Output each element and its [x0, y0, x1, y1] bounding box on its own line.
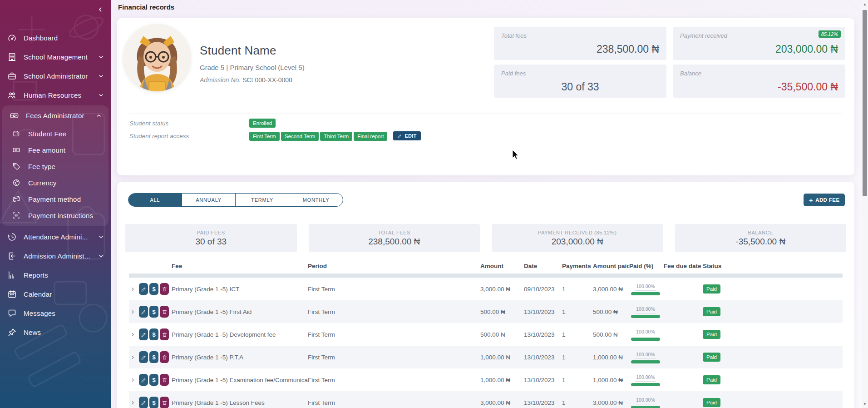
stat-label: Balance: [680, 70, 701, 77]
admission-value: SCL000-XX-0000: [242, 76, 292, 84]
row-expander[interactable]: [129, 400, 139, 406]
scrollbar-thumb[interactable]: [863, 10, 867, 196]
row-expander[interactable]: [129, 286, 139, 292]
scrollbar-up-arrow[interactable]: ▲: [862, 1, 868, 7]
tab-monthly[interactable]: MONTHLY: [289, 194, 343, 206]
fee-row: $Primary (Grade 1 -5) P.T.AFirst Term1,0…: [129, 346, 843, 368]
sidebar-item-fees-administrator[interactable]: Fees Administrator: [2, 105, 108, 125]
delete-fee-button[interactable]: [160, 283, 169, 295]
stat-card-paid-fees: Paid fees30 of 33: [494, 65, 666, 98]
sidebar-item-dashboard[interactable]: Dashboard: [0, 28, 111, 47]
chevron-down-icon: [98, 92, 104, 99]
chevron-down-icon: [98, 253, 104, 259]
sidebar-item-label: School Administrator: [24, 72, 98, 80]
delete-fee-button[interactable]: [160, 328, 169, 340]
edit-fee-button[interactable]: [139, 328, 148, 340]
pay-fee-button[interactable]: $: [149, 397, 158, 408]
row-expander[interactable]: [129, 332, 139, 338]
fee-paid-percent: 100.00%: [629, 283, 662, 295]
student-photo: [123, 24, 191, 91]
edit-fee-button[interactable]: [139, 306, 148, 318]
people-icon: [6, 90, 17, 100]
trash-icon: [162, 400, 168, 406]
door-icon: [6, 250, 17, 261]
column-header: Fee: [172, 263, 308, 269]
sidebar-item-news[interactable]: News: [0, 323, 111, 342]
stat-percentage-badge: 85.12%: [819, 30, 841, 38]
trash-icon: [162, 286, 168, 292]
edit-fee-button[interactable]: [139, 283, 148, 295]
column-header: Date: [524, 263, 562, 269]
card-divider: [129, 114, 842, 114]
fee-paid-percent: 100.00%: [629, 396, 662, 408]
stat-value: 203,000.00 ₦: [775, 43, 838, 55]
row-expander[interactable]: [129, 354, 139, 360]
briefcase-icon: [6, 70, 17, 81]
plus-icon: +: [809, 197, 813, 204]
delete-fee-button[interactable]: [160, 306, 169, 318]
sidebar-item-admission-administrator[interactable]: Admission Administ...: [0, 246, 111, 265]
pay-fee-button[interactable]: $: [149, 328, 158, 340]
sidebar-item-payment-instructions[interactable]: Payment instructions: [2, 207, 108, 224]
sidebar-item-school-administrator[interactable]: School Administrator: [0, 66, 111, 85]
edit-report-access-button[interactable]: EDIT: [393, 131, 420, 140]
pay-fee-button[interactable]: $: [149, 351, 158, 363]
delete-fee-button[interactable]: [160, 374, 169, 386]
sidebar-item-student-fee[interactable]: Student Fee: [2, 125, 108, 142]
fee-date: 13/10/2023: [524, 377, 562, 383]
sidebar-item-human-resources[interactable]: Human Resources: [0, 85, 111, 104]
column-header: Amount paid: [593, 263, 629, 269]
row-expander[interactable]: [129, 377, 139, 383]
row-expander[interactable]: [129, 309, 139, 315]
fee-period: First Term: [308, 377, 480, 383]
edit-fee-button[interactable]: [139, 397, 148, 408]
edit-fee-button[interactable]: [139, 374, 148, 386]
sidebar-item-school-management[interactable]: School Management: [0, 47, 111, 66]
summary-card-paid-fees: PAID FEES30 of 33: [125, 224, 297, 252]
trash-icon: [162, 354, 168, 360]
student-admission-line: Admission No. SCL000-XX-0000: [200, 76, 292, 84]
pay-fee-button[interactable]: $: [149, 306, 158, 318]
sidebar-item-fee-amount[interactable]: Fee amount: [2, 142, 108, 158]
pay-fee-button[interactable]: $: [149, 374, 158, 386]
delete-fee-button[interactable]: [160, 351, 169, 363]
sidebar-item-fee-type[interactable]: Fee type: [2, 158, 108, 174]
summary-card-value: -35,500.00 ₦: [735, 237, 785, 247]
sidebar-item-payment-method[interactable]: Payment method: [2, 191, 108, 207]
fee-payments: 1: [562, 331, 593, 338]
tab-all[interactable]: ALL: [128, 194, 182, 206]
sidebar-item-calendar[interactable]: Calendar: [0, 284, 111, 304]
pay-fee-button[interactable]: $: [149, 283, 158, 295]
scrollbar-down-arrow[interactable]: ▼: [862, 401, 868, 407]
stat-card-balance: Balance-35,500.00 ₦: [673, 65, 845, 98]
stat-label: Total fees: [501, 32, 527, 39]
fee-status-badge: Paid: [703, 398, 720, 407]
fee-status-badge: Paid: [703, 375, 720, 384]
fee-name: Primary (Grade 1 -5) Development fee: [172, 331, 308, 338]
add-fee-button[interactable]: + ADD FEE: [804, 194, 845, 206]
summary-card-payment-received: PAYMENT RECEIVED (85.12%)203,000.00 ₦: [492, 224, 663, 252]
fee-period: First Term: [308, 308, 480, 315]
edit-fee-button[interactable]: [139, 351, 148, 363]
clock-icon: [6, 231, 17, 242]
sidebar-item-currency[interactable]: Currency: [2, 174, 108, 191]
tab-termly[interactable]: TERMLY: [236, 194, 289, 206]
app-window: DashboardSchool ManagementSchool Adminis…: [0, 0, 868, 408]
fees-table-body: $Primary (Grade 1 -5) ICTFirst Term3,000…: [129, 278, 843, 408]
page-scrollbar[interactable]: ▲ ▼: [862, 0, 868, 408]
fee-payments: 1: [562, 308, 593, 315]
tab-annualy[interactable]: ANNUALY: [182, 194, 236, 206]
sidebar-item-reports[interactable]: Reports: [0, 265, 111, 284]
stat-value: -35,500.00 ₦: [778, 81, 838, 93]
student-status-label: Student status: [129, 120, 249, 127]
stat-value: 238,500.00 ₦: [597, 43, 659, 55]
bar-chart-icon: [6, 269, 17, 280]
delete-fee-button[interactable]: [160, 397, 169, 408]
sidebar-item-attendance-administrator[interactable]: Attendance Admini...: [0, 227, 111, 246]
dollar-icon: $: [152, 354, 155, 361]
summary-card-label: TOTAL FEES: [378, 230, 410, 235]
admission-label: Admission No.: [200, 76, 241, 84]
stat-label: Payment received: [680, 32, 727, 39]
sidebar-item-messages[interactable]: Messages: [0, 304, 111, 323]
sidebar-collapse-button[interactable]: [95, 5, 105, 15]
